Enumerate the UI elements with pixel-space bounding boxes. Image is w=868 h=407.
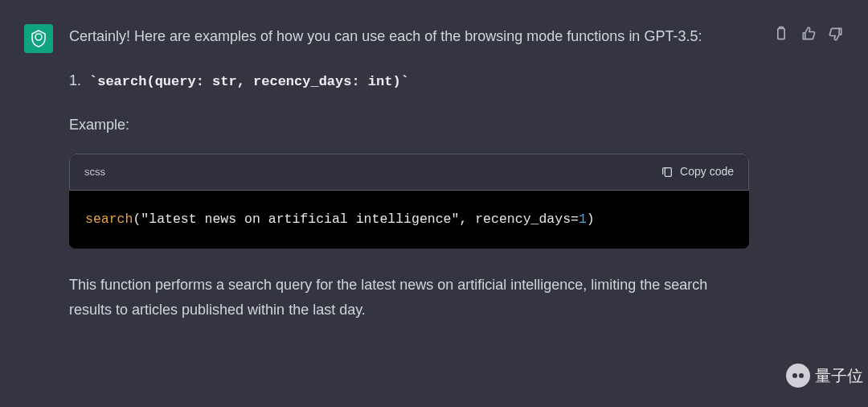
clipboard-icon [661, 166, 674, 179]
code-token-open-paren: ( [133, 212, 141, 227]
function-signature: `search(query: str, recency_days: int)` [89, 71, 409, 94]
code-token-comma: , [459, 212, 475, 227]
code-token-param: recency_days= [475, 212, 579, 227]
watermark: 量子位 [786, 364, 863, 388]
thumbs-up-button[interactable] [800, 26, 817, 42]
code-content: search("latest news on artificial intell… [69, 191, 749, 249]
code-header: scss Copy code [69, 154, 749, 191]
description-paragraph: This function performs a search query fo… [69, 273, 749, 322]
copy-code-button[interactable]: Copy code [661, 162, 734, 182]
openai-logo-icon [29, 29, 48, 48]
thumbs-up-icon [800, 26, 817, 42]
thumbs-down-button[interactable] [828, 26, 844, 42]
code-token-string: "latest news on artificial intelligence" [141, 212, 459, 227]
code-token-function: search [85, 212, 133, 227]
svg-rect-0 [665, 168, 671, 177]
message-actions [773, 24, 844, 322]
wechat-icon [786, 364, 810, 388]
assistant-message: Certainly! Here are examples of how you … [0, 0, 868, 322]
copy-code-label: Copy code [680, 162, 734, 182]
intro-paragraph: Certainly! Here are examples of how you … [69, 24, 749, 49]
message-content: Certainly! Here are examples of how you … [69, 24, 757, 322]
thumbs-down-icon [828, 26, 844, 42]
clipboard-icon [773, 26, 789, 42]
list-number: 1. [69, 68, 81, 93]
code-block: scss Copy code search("latest news on ar… [69, 154, 749, 249]
code-token-close-paren: ) [587, 212, 595, 227]
copy-message-button[interactable] [773, 26, 789, 42]
list-item-1: 1. `search(query: str, recency_days: int… [69, 68, 749, 94]
watermark-text: 量子位 [815, 365, 863, 387]
svg-rect-1 [778, 28, 784, 39]
example-label: Example: [69, 113, 749, 138]
assistant-avatar [24, 24, 53, 53]
code-language-label: scss [84, 163, 105, 181]
code-token-number: 1 [579, 212, 587, 227]
